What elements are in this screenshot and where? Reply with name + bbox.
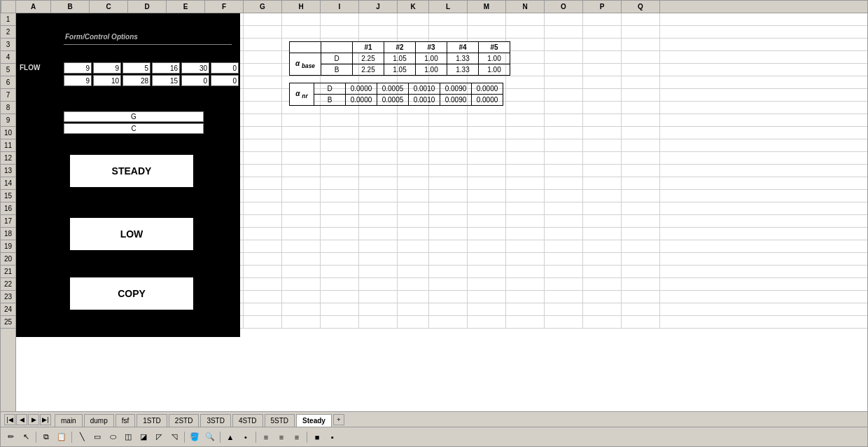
cell-p5[interactable] xyxy=(583,64,622,76)
cell-n23[interactable] xyxy=(506,291,545,303)
cell-n8[interactable] xyxy=(506,102,545,114)
cell-m2[interactable] xyxy=(468,26,506,38)
cell-n4[interactable] xyxy=(506,51,545,63)
cell-h9[interactable] xyxy=(282,114,321,126)
toolbar-tri2-btn[interactable]: ◹ xyxy=(167,430,181,444)
cell-i20[interactable] xyxy=(321,253,359,265)
cell-q25[interactable] xyxy=(622,316,660,328)
cell-q12[interactable] xyxy=(622,152,660,164)
cell-o17[interactable] xyxy=(545,215,583,227)
cell-i19[interactable] xyxy=(321,240,359,252)
cell-h21[interactable] xyxy=(282,266,321,277)
cell-m22[interactable] xyxy=(468,278,506,290)
cell-n24[interactable] xyxy=(506,303,545,315)
cell-q4[interactable] xyxy=(622,51,660,63)
cell-j19[interactable] xyxy=(359,240,398,252)
cell-k9[interactable] xyxy=(398,114,429,126)
cell-k11[interactable] xyxy=(398,139,429,151)
cell-i21[interactable] xyxy=(321,266,359,277)
cell-p2[interactable] xyxy=(583,26,622,38)
tab-4std[interactable]: 4STD xyxy=(232,414,263,427)
toolbar-draw-btn[interactable]: ✏ xyxy=(4,430,18,444)
cell-g11[interactable] xyxy=(244,139,282,151)
cell-q2[interactable] xyxy=(622,26,660,38)
cell-o4[interactable] xyxy=(545,51,583,63)
tab-steady[interactable]: Steady xyxy=(296,414,332,427)
tab-next-btn[interactable]: ▶ xyxy=(28,414,39,425)
cell-q17[interactable] xyxy=(622,215,660,227)
cell-p25[interactable] xyxy=(583,316,622,328)
cell-j18[interactable] xyxy=(359,228,398,240)
cell-o3[interactable] xyxy=(545,39,583,50)
cell-o11[interactable] xyxy=(545,139,583,151)
cell-p1[interactable] xyxy=(583,13,622,25)
cell-p19[interactable] xyxy=(583,240,622,252)
cell-q20[interactable] xyxy=(622,253,660,265)
cell-i2[interactable] xyxy=(321,26,359,38)
cell-i25[interactable] xyxy=(321,316,359,328)
cell-l24[interactable] xyxy=(429,303,468,315)
cell-l20[interactable] xyxy=(429,253,468,265)
tab-first-btn[interactable]: |◀ xyxy=(4,414,15,425)
cell-g9[interactable] xyxy=(244,114,282,126)
cell-n20[interactable] xyxy=(506,253,545,265)
cell-g19[interactable] xyxy=(244,240,282,252)
tab-last-btn[interactable]: ▶| xyxy=(40,414,51,425)
cell-l19[interactable] xyxy=(429,240,468,252)
cell-h25[interactable] xyxy=(282,316,321,328)
copy-button[interactable]: COPY xyxy=(69,276,195,311)
cell-q21[interactable] xyxy=(622,266,660,277)
cell-m14[interactable] xyxy=(468,177,506,189)
cell-i17[interactable] xyxy=(321,215,359,227)
cell-j23[interactable] xyxy=(359,291,398,303)
cell-p20[interactable] xyxy=(583,253,622,265)
cell-m11[interactable] xyxy=(468,139,506,151)
cell-n9[interactable] xyxy=(506,114,545,126)
cell-k22[interactable] xyxy=(398,278,429,290)
cell-g8[interactable] xyxy=(244,102,282,114)
cell-p21[interactable] xyxy=(583,266,622,277)
cell-q10[interactable] xyxy=(622,127,660,139)
cell-l18[interactable] xyxy=(429,228,468,240)
cell-l17[interactable] xyxy=(429,215,468,227)
toolbar-paste-btn[interactable]: 📋 xyxy=(55,430,69,444)
cell-o15[interactable] xyxy=(545,190,583,202)
cell-k19[interactable] xyxy=(398,240,429,252)
toolbar-paint-btn[interactable]: 🪣 xyxy=(188,430,202,444)
toolbar-shape2-btn[interactable]: ◪ xyxy=(136,430,150,444)
cell-m20[interactable] xyxy=(468,253,506,265)
cell-o14[interactable] xyxy=(545,177,583,189)
cell-l9[interactable] xyxy=(429,114,468,126)
cell-m21[interactable] xyxy=(468,266,506,277)
cell-h17[interactable] xyxy=(282,215,321,227)
toolbar-cursor-btn[interactable]: ↖ xyxy=(19,430,33,444)
cell-j9[interactable] xyxy=(359,114,398,126)
tab-5std[interactable]: 5STD xyxy=(265,414,295,427)
tab-fsf[interactable]: fsf xyxy=(115,414,136,427)
low-button[interactable]: LOW xyxy=(69,216,195,252)
cell-h14[interactable] xyxy=(282,177,321,189)
cell-g5[interactable] xyxy=(244,64,282,76)
cell-i1[interactable] xyxy=(321,13,359,25)
cell-d6[interactable]: 28 xyxy=(122,75,150,86)
cell-n16[interactable] xyxy=(506,202,545,214)
cell-n12[interactable] xyxy=(506,152,545,164)
cell-j20[interactable] xyxy=(359,253,398,265)
cell-o1[interactable] xyxy=(545,13,583,25)
cell-k25[interactable] xyxy=(398,316,429,328)
cell-l1[interactable] xyxy=(429,13,468,25)
cell-q1[interactable] xyxy=(622,13,660,25)
cell-n7[interactable] xyxy=(506,89,545,101)
cell-h13[interactable] xyxy=(282,165,321,177)
cell-k10[interactable] xyxy=(398,127,429,139)
cell-p24[interactable] xyxy=(583,303,622,315)
toolbar-rect-btn[interactable]: ▭ xyxy=(90,430,104,444)
cell-i22[interactable] xyxy=(321,278,359,290)
toolbar-zoom-btn[interactable]: 🔍 xyxy=(203,430,217,444)
cell-p6[interactable] xyxy=(583,76,622,88)
cell-j10[interactable] xyxy=(359,127,398,139)
cell-g20[interactable] xyxy=(244,253,282,265)
cell-k13[interactable] xyxy=(398,165,429,177)
cell-k2[interactable] xyxy=(398,26,429,38)
cell-k12[interactable] xyxy=(398,152,429,164)
